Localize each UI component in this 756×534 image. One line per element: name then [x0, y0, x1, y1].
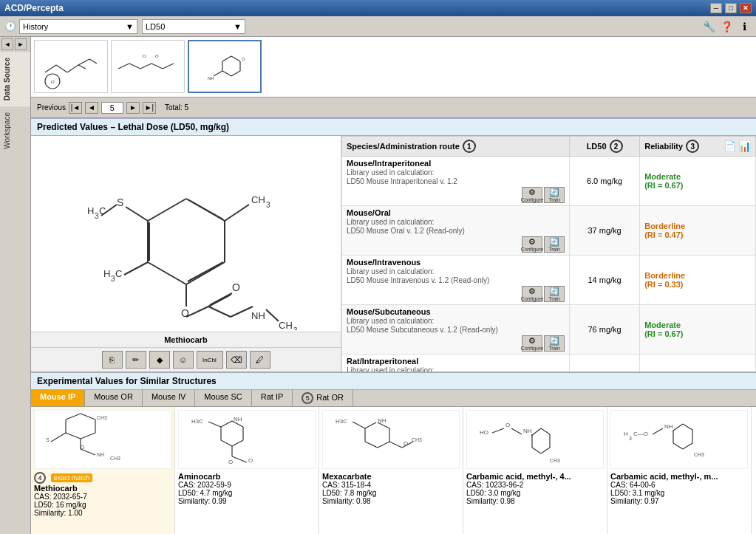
svg-text:NH: NH: [208, 76, 214, 81]
exp-tab-5[interactable]: 5Rat OR: [293, 390, 353, 406]
molecule-name: Methiocarb: [31, 332, 341, 347]
svg-line-36: [126, 207, 148, 221]
table-row-species-0: Mouse/Intraperitoneal Library used in ca…: [342, 157, 570, 206]
exp-compound-ld50-3: LD50: 3.0 mg/kg: [466, 489, 604, 497]
svg-text:O: O: [181, 307, 189, 319]
svg-text:CH: CH: [251, 194, 265, 205]
configure-btn-3[interactable]: ⚙ Configure: [522, 335, 542, 352]
prev-compound-btn[interactable]: ◄: [85, 102, 98, 114]
table-row-species-1: Mouse/Oral Library used in calculation: …: [342, 206, 570, 256]
svg-text:H3C: H3C: [336, 418, 347, 425]
configure-btn-1[interactable]: ⚙ Configure: [522, 236, 542, 253]
exp-compound-image-4: H 3 C—O NH CH3: [610, 410, 748, 469]
exp-compound-info-1: Aminocarb CAS: 2032-59-9 LD50: 4.7 mg/kg…: [178, 472, 316, 505]
svg-line-9: [129, 64, 140, 69]
svg-text:O: O: [228, 459, 233, 465]
svg-text:NH: NH: [97, 452, 104, 457]
badge-4: 4: [34, 472, 46, 484]
last-compound-btn[interactable]: ►|: [143, 102, 156, 114]
molecule-svg: CH 3 S H 3 C: [61, 138, 312, 330]
help-icon[interactable]: ❓: [719, 19, 734, 34]
reliability-column-header: Reliability 3 📄 📊: [640, 137, 756, 157]
sidebar-item-datasource[interactable]: Data Source: [0, 52, 30, 106]
train-btn-2[interactable]: 🔄 Train: [544, 286, 565, 302]
svg-line-99: [492, 428, 504, 433]
exp-tab-3[interactable]: Mouse SC: [195, 390, 251, 406]
svg-line-60: [66, 414, 81, 420]
svg-text:NH: NH: [664, 423, 673, 430]
wrench-icon[interactable]: 🔧: [701, 19, 716, 34]
table-icon[interactable]: 📊: [738, 140, 751, 152]
exp-compound-4[interactable]: H 3 C—O NH CH3 Carbamic acid, methyl-, m…: [607, 407, 752, 534]
svg-text:C: C: [115, 268, 122, 279]
sidebar-item-workspace[interactable]: Workspace: [0, 106, 30, 155]
side-prev-btn[interactable]: ◄: [1, 38, 13, 50]
side-next-btn[interactable]: ►: [15, 38, 27, 50]
svg-line-87: [365, 422, 376, 428]
svg-line-27: [148, 262, 186, 284]
svg-line-53: [231, 307, 253, 317]
svg-line-49: [208, 307, 231, 317]
first-compound-btn[interactable]: |◄: [69, 102, 82, 114]
exp-compound-cas-2: CAS: 315-18-4: [322, 481, 460, 489]
configure-btn-0[interactable]: ⚙ Configure: [522, 187, 542, 203]
history-select[interactable]: History ▼: [19, 19, 137, 34]
svg-line-58: [51, 433, 66, 442]
train-btn-1[interactable]: 🔄 Train: [544, 236, 565, 253]
smile-btn[interactable]: ☺: [173, 351, 194, 369]
prediction-content: CH 3 S H 3 C: [31, 136, 756, 372]
pencil-btn[interactable]: 🖊: [250, 351, 270, 369]
train-btn-0[interactable]: 🔄 Train: [544, 187, 565, 203]
svg-line-91: [378, 442, 389, 448]
ld50-select[interactable]: LD50 ▼: [142, 19, 245, 34]
pdf-icon[interactable]: 📄: [723, 140, 736, 152]
compound-thumb-2[interactable]: O O: [111, 40, 185, 93]
current-compound-input[interactable]: [101, 102, 123, 114]
train-btn-3[interactable]: 🔄 Train: [544, 335, 565, 352]
next-compound-btn[interactable]: ►: [126, 102, 140, 114]
svg-text:CH3: CH3: [550, 458, 560, 463]
exp-compound-1[interactable]: H3C NH O O Aminocarb CAS: 2032-59-9 LD50…: [175, 407, 319, 534]
svg-text:C: C: [99, 205, 106, 216]
exp-tab-2[interactable]: Mouse IV: [143, 390, 195, 406]
table-row-reliability-4: Borderline(RI = 0.49): [640, 355, 756, 372]
diamond-btn[interactable]: ◆: [149, 351, 170, 369]
svg-text:O: O: [242, 57, 245, 61]
exp-compound-2[interactable]: H3C NH O CH3 Mexacarbate CAS: 315-18-4 L…: [319, 407, 463, 534]
edit-structure-btn[interactable]: ✏: [126, 351, 146, 369]
svg-line-21: [222, 71, 231, 76]
close-button[interactable]: ✕: [740, 3, 752, 13]
side-panel: ◄ ► Data Source Workspace: [0, 37, 31, 534]
experimental-content: S CH3 O NH CH3 4 exact match Methiocarb …: [31, 407, 756, 534]
exp-tab-4[interactable]: Rat IP: [252, 390, 293, 406]
compound-thumb-3[interactable]: NH O: [188, 40, 262, 93]
svg-line-69: [81, 449, 95, 455]
svg-line-15: [214, 71, 222, 76]
prediction-header: Predicted Values – Lethal Dose (LD50, mg…: [31, 118, 756, 136]
table-row-reliability-0: Moderate(RI = 0.67): [640, 157, 756, 206]
exp-tab-0[interactable]: Mouse IP: [31, 390, 85, 406]
exp-tab-1[interactable]: Mouse OR: [85, 390, 143, 406]
svg-text:S: S: [46, 437, 50, 442]
table-row-reliability-2: Borderline(RI = 0.33): [640, 256, 756, 305]
svg-text:CH3: CH3: [110, 456, 120, 461]
svg-text:H: H: [103, 268, 110, 279]
exp-compound-3[interactable]: HO O NH CH3 Carbamic acid, methyl-, 4...…: [463, 407, 607, 534]
compound-thumb-1[interactable]: O: [34, 40, 108, 93]
minimize-button[interactable]: ─: [710, 3, 722, 13]
copy-structure-btn[interactable]: ⎘: [102, 351, 123, 369]
inchi-btn[interactable]: InChI: [197, 351, 223, 369]
exp-compound-0[interactable]: S CH3 O NH CH3 4 exact match Methiocarb …: [31, 407, 175, 534]
molecule-tools: ⎘ ✏ ◆ ☺ InChI ⌫ 🖊: [31, 347, 341, 372]
maximize-button[interactable]: □: [725, 3, 737, 13]
ld50-dropdown-arrow: ▼: [234, 22, 242, 31]
configure-btn-2[interactable]: ⚙ Configure: [522, 286, 542, 302]
svg-line-61: [81, 414, 95, 420]
results-table: Species/Administration route 1 LD50 2: [341, 136, 756, 372]
info-icon[interactable]: ℹ: [737, 19, 752, 34]
exp-compound-cas-3: CAS: 10233-96-2: [466, 481, 604, 489]
svg-line-78: [232, 440, 243, 446]
compound-structure-1: O: [38, 43, 104, 91]
eraser-btn[interactable]: ⌫: [226, 351, 247, 369]
col-num-3: 3: [686, 140, 699, 153]
